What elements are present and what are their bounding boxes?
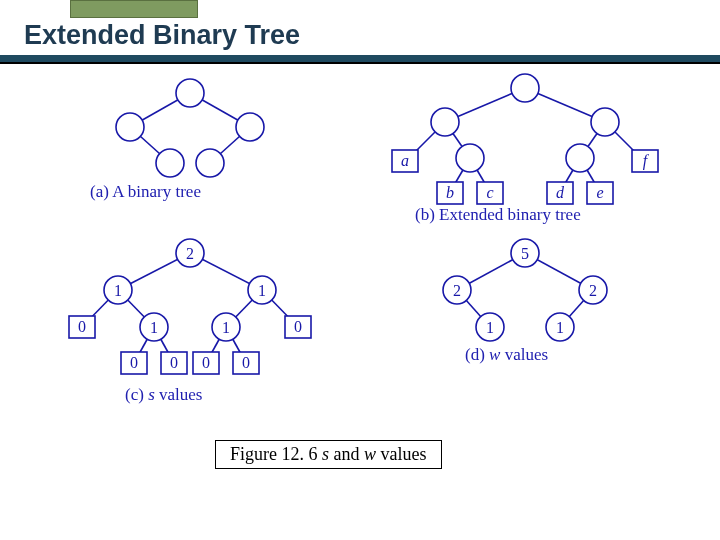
c-l1-1: 1	[258, 282, 266, 299]
c-l3-2: 0	[202, 354, 210, 371]
svg-point-38	[456, 144, 484, 172]
panel-a-tree-overlay	[55, 75, 325, 185]
panel-d-caption: (d) w values	[465, 345, 548, 365]
c-l3-1: 0	[170, 354, 178, 371]
d-l2-1: 1	[556, 319, 564, 336]
leaf-a: a	[401, 152, 409, 169]
leaf-e: e	[596, 184, 603, 201]
svg-point-36	[431, 108, 459, 136]
svg-point-37	[591, 108, 619, 136]
c-l2-2: 1	[222, 319, 230, 336]
svg-point-24	[196, 149, 224, 177]
panel-b-caption: (b) Extended binary tree	[415, 205, 581, 225]
d-l1-1: 2	[589, 282, 597, 299]
leaf-c: c	[486, 184, 493, 201]
svg-point-22	[236, 113, 264, 141]
divider-thin	[0, 62, 720, 64]
figure-caption: Figure 12. 6 s and w values	[215, 440, 442, 469]
d-l2-0: 1	[486, 319, 494, 336]
d-root: 5	[521, 245, 529, 262]
c-l2-3: 0	[294, 318, 302, 335]
leaf-d: d	[556, 184, 565, 201]
c-l2-0: 0	[78, 318, 86, 335]
leaf-b: b	[446, 184, 454, 201]
panel-b-tree: a b c d e f	[370, 70, 680, 210]
slide-header: Extended Binary Tree	[0, 0, 720, 60]
svg-point-21	[116, 113, 144, 141]
content-area: (a) A binary tree	[0, 70, 720, 540]
panel-c-tree: 2 1 1 0 1 1 0 0 0 0 0	[40, 235, 340, 410]
svg-point-39	[566, 144, 594, 172]
page-title: Extended Binary Tree	[24, 20, 300, 51]
panel-c-caption: (c) s values	[125, 385, 202, 405]
svg-point-23	[156, 149, 184, 177]
svg-point-20	[176, 79, 204, 107]
c-root: 2	[186, 245, 194, 262]
header-accent-tab	[70, 0, 198, 18]
panel-d-tree: 5 2 2 1 1	[395, 235, 655, 355]
d-l1-0: 2	[453, 282, 461, 299]
c-l1-0: 1	[114, 282, 122, 299]
svg-point-35	[511, 74, 539, 102]
divider-thick	[0, 55, 720, 62]
c-l2-1: 1	[150, 319, 158, 336]
c-l3-0: 0	[130, 354, 138, 371]
panel-a-caption: (a) A binary tree	[90, 182, 201, 202]
c-l3-3: 0	[242, 354, 250, 371]
